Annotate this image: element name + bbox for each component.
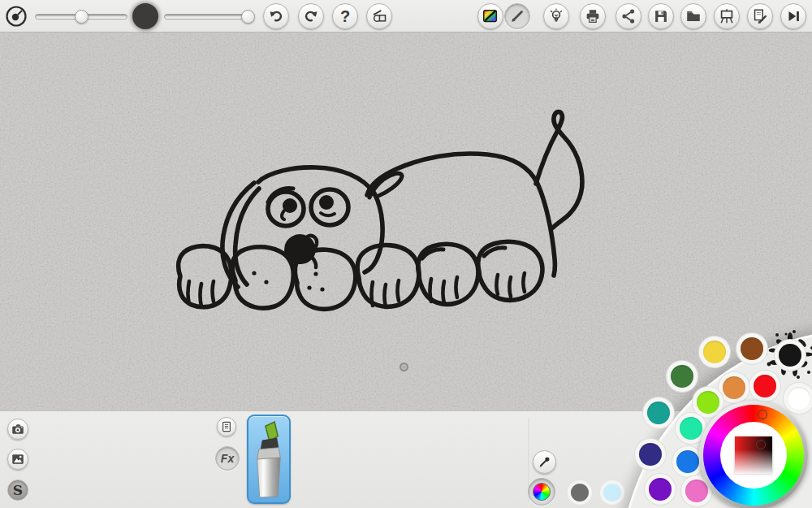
brush-opacity-slider[interactable] [164,10,254,23]
share-nodes-icon [620,7,637,25]
tool-marker[interactable] [247,415,291,504]
stylus-mode-button[interactable] [504,3,530,29]
color-wheel-button[interactable] [528,478,555,506]
swatch-purple[interactable] [649,478,672,501]
help-button[interactable]: ? [332,3,358,29]
swatch-pink[interactable] [685,480,708,502]
swatch-black[interactable] [779,344,801,367]
swatch-lime[interactable] [697,391,719,414]
insert-shape-button[interactable] [366,3,392,29]
swatch-white[interactable] [788,387,810,410]
document-icon [221,421,232,432]
swatch-spring-green[interactable] [680,417,702,440]
pencil-shapes-icon [371,8,387,24]
swatch-indigo[interactable] [639,443,662,466]
swatch-dark-green[interactable] [671,365,693,388]
files-button[interactable] [680,3,706,29]
camera-icon [11,422,25,436]
import-image-button[interactable] [7,449,28,470]
eyedropper-button[interactable] [533,450,556,474]
swatch-teal[interactable] [647,402,670,424]
clear-page-button[interactable] [747,3,773,29]
rainbow-square-pencil-icon [482,7,499,25]
help-label: ? [340,8,350,24]
drawing-canvas[interactable] [0,33,812,410]
stylus-icon [508,7,526,25]
printer-icon [584,7,602,25]
saturation-value-square[interactable] [735,436,772,474]
redo-button[interactable] [298,3,324,29]
sv-selector[interactable] [756,440,766,449]
page-brush-icon [751,7,769,25]
gallery-button[interactable] [714,3,740,29]
lightbulb-icon [547,7,565,25]
camera-button[interactable] [7,419,28,440]
rainbow-wheel-icon [533,483,551,501]
floppy-disk-icon [652,7,670,25]
swatch-brown[interactable] [741,337,763,360]
folder-icon [685,7,702,25]
brush-size-indicator-icon [5,5,28,28]
undo-button[interactable] [263,3,289,29]
brush-preview-dot [132,3,158,29]
swatch-orange[interactable] [723,376,745,399]
brush-cursor [400,363,408,371]
marker-icon [248,416,289,502]
slider-handle[interactable] [241,10,255,24]
redo-arrow-icon [303,8,319,24]
page-settings-button[interactable] [217,417,236,436]
recent-color-lightblue[interactable] [603,484,621,501]
swatch-red[interactable] [754,375,776,397]
photo-icon [11,452,25,467]
play-bar-icon [784,7,802,25]
s-logo-button[interactable]: S [7,480,28,501]
sketch-app-window: ? [0,0,812,508]
share-button[interactable] [615,3,641,29]
hue-selector[interactable] [758,410,767,419]
recent-color-gray[interactable] [571,484,589,501]
slider-handle[interactable] [75,10,89,24]
save-button[interactable] [648,3,674,29]
swatch-yellow[interactable] [703,341,726,363]
brush-size-slider[interactable] [35,10,127,23]
undo-arrow-icon [268,8,284,24]
print-button[interactable] [580,3,606,29]
swatch-blue[interactable] [676,450,699,473]
s-logo-label: S [13,484,23,497]
eyedropper-icon [538,455,551,469]
fx-label: Fx [221,453,234,464]
ideas-button[interactable] [543,3,569,29]
easel-icon [718,7,736,25]
color-texture-button[interactable] [477,3,503,29]
top-toolbar: ? [0,0,812,33]
next-page-button[interactable] [780,3,806,29]
fx-button[interactable]: Fx [215,446,240,471]
